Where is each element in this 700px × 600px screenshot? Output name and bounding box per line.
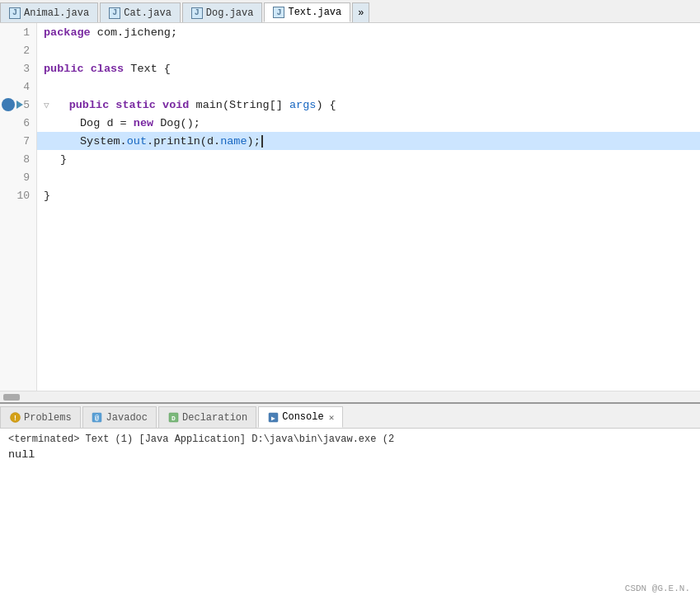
scrollbar-thumb[interactable] — [3, 394, 20, 401]
tab-more-label: » — [358, 7, 364, 19]
code-line-1: package com.jicheng; — [37, 23, 700, 41]
tab-dog-java[interactable]: J Dog.java — [182, 2, 263, 22]
console-header: <terminated> Text (1) [Java Application]… — [8, 434, 692, 445]
console-icon: ▶ — [267, 411, 279, 423]
line-1: 1 — [0, 23, 36, 41]
tab-overflow-button[interactable]: » — [352, 2, 369, 22]
line-8: 8 — [0, 150, 36, 168]
tab-cat-java[interactable]: J Cat.java — [100, 2, 181, 22]
code-line-2 — [37, 41, 700, 59]
editor-tab-bar: J Animal.java J Cat.java J Dog.java J Te… — [0, 0, 700, 23]
tab-declaration[interactable]: D Declaration — [158, 406, 256, 428]
code-line-6: Dog d = new Dog(); — [37, 114, 700, 132]
code-line-5: ▽ public static void main(String[] args)… — [37, 96, 700, 114]
java-file-icon-animal: J — [9, 7, 21, 19]
javadoc-icon: @ — [92, 412, 103, 424]
tab-animal-java[interactable]: J Animal.java — [0, 2, 98, 22]
line-2: 2 — [0, 41, 36, 59]
java-file-icon-text: J — [273, 7, 284, 18]
editor-horizontal-scrollbar[interactable] — [0, 391, 700, 402]
tab-problems[interactable]: ! Problems — [0, 406, 81, 428]
code-line-7: System.out.println(d.name); — [37, 132, 700, 150]
declaration-icon: D — [167, 412, 179, 424]
svg-text:@: @ — [95, 415, 100, 423]
line-9: 9 — [0, 168, 36, 186]
code-line-3: public class Text { — [37, 59, 700, 77]
bottom-panel: ! Problems @ Javadoc D Declaration ▶ Con… — [0, 402, 700, 600]
code-content[interactable]: package com.jicheng; public class Text {… — [37, 23, 700, 391]
java-file-icon-dog: J — [191, 7, 203, 19]
panel-tab-bar: ! Problems @ Javadoc D Declaration ▶ Con… — [0, 404, 700, 429]
svg-text:▶: ▶ — [271, 415, 275, 422]
code-area: 1 2 3 4 5 6 7 8 9 10 package com.jicheng… — [0, 23, 700, 391]
code-line-9 — [37, 168, 700, 186]
line-6: 6 — [0, 114, 36, 132]
console-output: null — [8, 448, 692, 461]
warning-icon: ! — [9, 412, 21, 424]
code-editor: 1 2 3 4 5 6 7 8 9 10 package com.jicheng… — [0, 23, 700, 402]
code-line-10: } — [37, 186, 700, 204]
java-file-icon-cat: J — [109, 7, 120, 19]
tab-label-javadoc: Javadoc — [106, 412, 148, 424]
line-number-gutter: 1 2 3 4 5 6 7 8 9 10 — [0, 23, 37, 391]
tab-javadoc[interactable]: @ Javadoc — [82, 406, 157, 428]
tab-console[interactable]: ▶ Console ✕ — [258, 406, 343, 428]
tab-label-cat: Cat.java — [124, 7, 171, 19]
tab-label-text: Text.java — [288, 7, 341, 18]
tab-label-problems: Problems — [24, 412, 72, 424]
console-panel-content: <terminated> Text (1) [Java Application]… — [0, 429, 700, 600]
tab-label-console: Console — [282, 411, 323, 423]
svg-text:!: ! — [12, 415, 16, 423]
line-7: 7 — [0, 132, 36, 150]
line-5: 5 — [0, 96, 36, 114]
tab-label-declaration: Declaration — [182, 412, 247, 424]
line-10: 10 — [0, 186, 36, 204]
code-line-8: } — [37, 150, 700, 168]
watermark: CSDN @G.E.N. — [625, 584, 690, 593]
tab-label-dog: Dog.java — [206, 7, 254, 19]
line-4: 4 — [0, 77, 36, 96]
svg-text:D: D — [171, 415, 176, 422]
tab-label-animal: Animal.java — [24, 7, 89, 19]
line-3: 3 — [0, 59, 36, 77]
tab-text-java[interactable]: J Text.java — [264, 2, 350, 22]
console-close-icon[interactable]: ✕ — [329, 412, 335, 423]
code-line-4 — [37, 77, 700, 96]
